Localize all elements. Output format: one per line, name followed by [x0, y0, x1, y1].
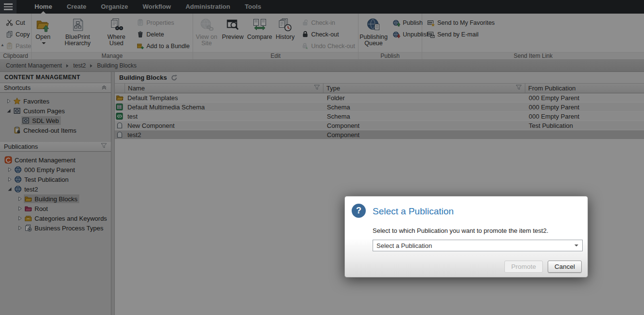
- question-circle-icon: ?: [352, 204, 366, 218]
- select-publication-dialog: ? Select a Publication Select to which P…: [344, 196, 588, 278]
- cancel-button[interactable]: Cancel: [548, 261, 582, 273]
- application-window: Home Create Organize Workflow Administra…: [0, 0, 644, 315]
- publication-dropdown[interactable]: Select a Publication: [373, 240, 583, 251]
- dialog-title: Select a Publication: [373, 206, 454, 217]
- dialog-message: Select to which Publication you want to …: [373, 227, 548, 234]
- dropdown-value: Select a Publication: [376, 242, 432, 249]
- chevron-down-icon: [574, 245, 578, 248]
- promote-button[interactable]: Promote: [504, 261, 543, 273]
